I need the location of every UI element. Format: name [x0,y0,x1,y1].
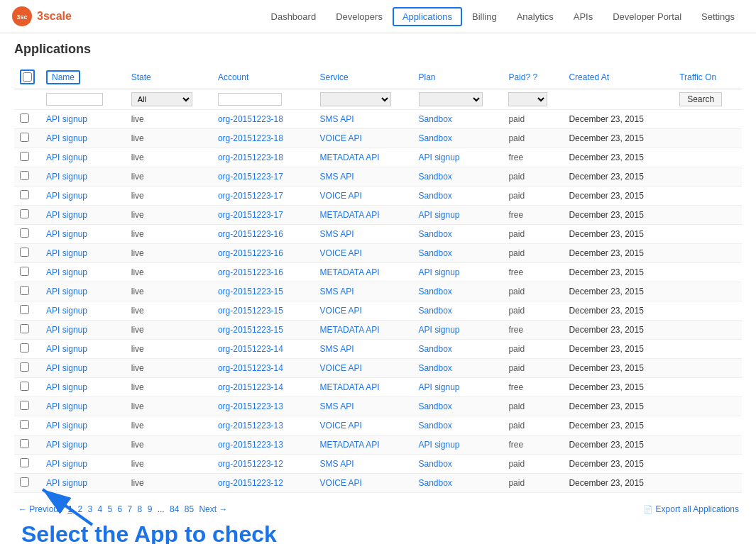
row-checkbox[interactable] [20,209,29,218]
filter-account-input[interactable] [218,93,282,106]
row-service[interactable]: VOICE API [314,416,413,435]
row-plan[interactable]: Sandbox [413,225,503,244]
row-service[interactable]: VOICE API [314,474,413,493]
row-checkbox[interactable] [20,401,29,410]
row-checkbox-cell[interactable] [14,187,40,206]
row-plan[interactable]: Sandbox [413,282,503,301]
row-plan[interactable]: Sandbox [413,167,503,187]
nav-settings[interactable]: Settings [691,7,745,26]
select-all-checkbox-header[interactable] [14,65,40,89]
col-header-name[interactable]: Name [40,65,126,89]
search-button[interactable]: Search [679,92,722,106]
row-service[interactable]: SMS API [314,110,413,129]
export-all-link[interactable]: 📄 Export all Applications [643,504,739,514]
col-header-state[interactable]: State [126,65,212,89]
row-account[interactable]: org-20151223-14 [212,378,314,397]
col-header-plan[interactable]: Plan [413,65,503,89]
row-name[interactable]: API signup [40,244,126,263]
row-plan[interactable]: Sandbox [413,340,503,359]
row-plan[interactable]: API signup [413,148,503,167]
row-checkbox[interactable] [20,382,29,391]
row-checkbox-cell[interactable] [14,435,40,455]
pagination-page-84[interactable]: 84 [170,504,179,514]
row-name[interactable]: API signup [40,340,126,359]
row-checkbox[interactable] [20,439,29,448]
row-service[interactable]: VOICE API [314,359,413,378]
row-plan[interactable]: Sandbox [413,244,503,263]
row-account[interactable]: org-20151223-13 [212,435,314,455]
col-header-service[interactable]: Service [314,65,413,89]
row-checkbox[interactable] [20,190,29,199]
row-checkbox-cell[interactable] [14,129,40,148]
pagination-page-9[interactable]: 9 [148,504,153,514]
row-service[interactable]: SMS API [314,397,413,416]
row-name[interactable]: API signup [40,110,126,129]
filter-service-select[interactable] [320,92,391,106]
row-checkbox-cell[interactable] [14,359,40,378]
row-service[interactable]: VOICE API [314,301,413,321]
row-plan[interactable]: API signup [413,206,503,225]
row-account[interactable]: org-20151223-14 [212,340,314,359]
row-name[interactable]: API signup [40,167,126,187]
row-service[interactable]: VOICE API [314,129,413,148]
row-service[interactable]: SMS API [314,340,413,359]
row-name[interactable]: API signup [40,359,126,378]
row-plan[interactable]: Sandbox [413,455,503,474]
row-plan[interactable]: API signup [413,321,503,340]
row-account[interactable]: org-20151223-18 [212,148,314,167]
row-name[interactable]: API signup [40,321,126,340]
row-checkbox-cell[interactable] [14,340,40,359]
row-account[interactable]: org-20151223-17 [212,167,314,187]
row-checkbox-cell[interactable] [14,148,40,167]
pagination-page-8[interactable]: 8 [138,504,143,514]
row-checkbox-cell[interactable] [14,206,40,225]
nav-billing[interactable]: Billing [462,7,507,26]
row-name[interactable]: API signup [40,435,126,455]
row-checkbox-cell[interactable] [14,397,40,416]
row-checkbox[interactable] [20,228,29,238]
row-name[interactable]: API signup [40,148,126,167]
row-name[interactable]: API signup [40,301,126,321]
row-service[interactable]: METADATA API [314,321,413,340]
nav-developers[interactable]: Developers [326,7,393,26]
pagination-page-7[interactable]: 7 [128,504,133,514]
row-account[interactable]: org-20151223-15 [212,321,314,340]
row-service[interactable]: METADATA API [314,378,413,397]
row-checkbox-cell[interactable] [14,455,40,474]
row-checkbox-cell[interactable] [14,301,40,321]
col-header-paid[interactable]: Paid? ? [503,65,563,89]
row-checkbox[interactable] [20,152,29,161]
row-checkbox-cell[interactable] [14,167,40,187]
row-name[interactable]: API signup [40,378,126,397]
row-service[interactable]: VOICE API [314,187,413,206]
row-name[interactable]: API signup [40,129,126,148]
nav-analytics[interactable]: Analytics [507,7,564,26]
row-checkbox[interactable] [20,267,29,276]
row-name[interactable]: API signup [40,455,126,474]
row-name[interactable]: API signup [40,416,126,435]
row-plan[interactable]: API signup [413,378,503,397]
pagination-next[interactable]: Next → [199,504,227,514]
row-checkbox-cell[interactable] [14,321,40,340]
row-name[interactable]: API signup [40,263,126,282]
row-plan[interactable]: Sandbox [413,416,503,435]
row-plan[interactable]: Sandbox [413,110,503,129]
row-name[interactable]: API signup [40,282,126,301]
row-checkbox-cell[interactable] [14,244,40,263]
nav-applications[interactable]: Applications [393,7,462,26]
col-header-traffic[interactable]: Traffic On [674,65,742,89]
row-account[interactable]: org-20151223-16 [212,263,314,282]
row-service[interactable]: SMS API [314,225,413,244]
row-account[interactable]: org-20151223-12 [212,455,314,474]
row-name[interactable]: API signup [40,225,126,244]
row-service[interactable]: METADATA API [314,263,413,282]
row-plan[interactable]: Sandbox [413,359,503,378]
row-account[interactable]: org-20151223-16 [212,244,314,263]
row-checkbox[interactable] [20,133,29,142]
row-service[interactable]: SMS API [314,455,413,474]
row-account[interactable]: org-20151223-18 [212,110,314,129]
row-account[interactable]: org-20151223-12 [212,474,314,493]
row-checkbox-cell[interactable] [14,416,40,435]
row-service[interactable]: METADATA API [314,206,413,225]
filter-paid-select[interactable]: paid free [508,92,547,106]
